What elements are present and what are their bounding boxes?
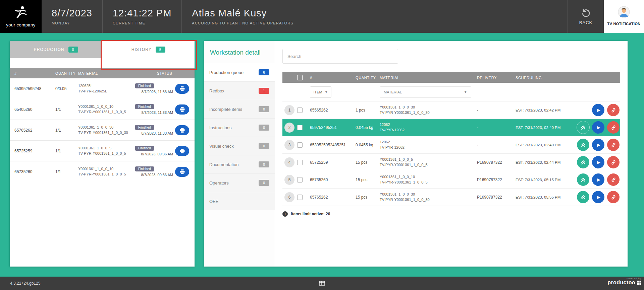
status-badge: Finished [135,104,154,109]
menu-item-label: Documentation [209,162,238,167]
menu-item-badge: 0 [259,161,269,167]
row-actions: ▶ [573,173,620,186]
header-spacer [304,0,568,33]
queue-row[interactable]: 3 6539525952485251 0.0455 kg 12062TV-PYR… [282,136,620,154]
status-timestamp: 8/7/2023, 09:36 AM [141,152,175,156]
item-filter-dropdown[interactable]: ITEM ▼ [310,86,331,98]
order-delivery: P1690787322 [477,160,516,165]
order-material: Y0001361_1_0_0_30TV-PYR-Y0001361_1_0_0_3… [78,125,135,135]
production-history-panel: PRODUCTION 0 HISTORY 5 # QUANTITY MATERI… [10,41,195,267]
queue-row[interactable]: 4 65725259 15 pcs Y0001361_1_0_0_5TV-PYR… [282,154,620,171]
link-button[interactable] [607,173,620,186]
move-to-top-button[interactable] [577,191,589,203]
menu-item-label: Incomplete items [209,107,242,112]
row-checkbox[interactable] [297,125,303,130]
back-button[interactable]: BACK [568,0,604,33]
company-logo: your company [0,0,42,33]
play-button[interactable]: ▶ [592,156,604,168]
tab-production[interactable]: PRODUCTION 0 [10,41,102,58]
search-input[interactable] [282,49,398,64]
menu-item-incomplete-items[interactable]: Incomplete items 0 [204,100,275,118]
order-id: 65735260 [310,177,356,182]
tab-history-badge: 5 [156,47,165,53]
print-button[interactable] [175,146,189,156]
workstation-status: ACCORDING TO PLAN | NO ACTIVE OPERATORS [192,21,293,25]
order-id: 653952595248 [14,86,55,91]
order-quantity: 15 pcs [356,160,380,165]
menu-item-oee[interactable]: OEE [204,192,275,210]
play-button[interactable]: ▶ [592,191,604,203]
move-to-top-button[interactable] [577,121,589,134]
menu-item-badge: 0 [259,106,269,112]
user-avatar-icon [618,6,630,19]
tv-notification-button[interactable]: TV NOTIFICATION [604,0,644,33]
menu-item-visual-check[interactable]: Visual check 0 [204,137,275,155]
play-icon: ▶ [597,142,600,147]
move-to-top-button[interactable] [577,156,589,168]
queue-row[interactable]: 6 65765262 15 pcs Y0001361_1_0_0_30TV-PY… [282,189,620,206]
menu-item-label: OEE [209,199,218,204]
play-icon: ▶ [597,195,600,200]
order-material: Y0001361_1_0_0_5TV-PYR-Y0001361_1_0_0_5 [78,146,135,156]
link-button[interactable] [607,121,620,134]
queue-row-selected[interactable]: 2 659752495251 0.0455 kg 12062TV-PYR-120… [282,119,620,136]
material-filter-dropdown[interactable]: MATERIAL ▼ [380,86,471,98]
current-time-label: CURRENT TIME [113,21,171,25]
move-to-top-button[interactable] [577,139,589,151]
play-icon: ▶ [597,125,600,130]
play-button[interactable]: ▶ [592,121,604,134]
order-material: Y0001361_1_0_0_10TV-PYR-Y0001361_1_0_0_5 [380,172,477,187]
menu-item-production-queue[interactable]: Production queue 6 [204,63,275,81]
play-icon: ▶ [597,107,600,113]
order-material: 12062TV-PYR-12062 [380,120,477,135]
menu-item-instructions[interactable]: Instructions 0 [204,118,275,137]
menu-item-label: Production queue [209,70,244,75]
current-date: 8/7/2023 [52,8,92,19]
item-filter-label: ITEM [313,90,322,94]
play-button[interactable]: ▶ [592,139,604,151]
double-chevron-up-icon [581,160,586,165]
menu-item-documentation[interactable]: Documentation 0 [204,155,275,173]
app-version: 4.3.22+24.gb125 [0,281,40,286]
order-quantity: 1/1 [55,128,78,133]
row-checkbox[interactable] [297,195,303,200]
link-button[interactable] [607,139,620,151]
menu-item-redbox[interactable]: Redbox 1 [204,81,275,100]
order-quantity: 1/1 [55,169,78,174]
menu-item-operators[interactable]: Operators 0 [204,173,275,192]
play-button[interactable]: ▶ [592,104,604,116]
order-delivery: - [477,143,516,147]
queue-row[interactable]: 1 65565262 1 pcs Y0001361_1_0_0_30TV-PYR… [282,101,620,119]
row-checkbox[interactable] [297,142,303,148]
print-button[interactable] [175,167,189,177]
row-checkbox[interactable] [297,107,303,113]
tab-history[interactable]: HISTORY 5 [102,41,195,58]
row-checkbox[interactable] [297,160,303,165]
order-id: 65725259 [14,149,55,153]
brand-logo-icon [637,281,641,285]
order-scheduling: EST: 7/31/2023, 02:40 PM [516,126,573,130]
link-button[interactable] [607,191,620,203]
order-material: Y0001361_1_0_0_10TV-PYR-Y0001361_1_0_0_5 [78,104,135,115]
row-checkbox[interactable] [297,177,303,183]
print-button[interactable] [175,104,189,115]
play-icon: ▶ [597,160,600,165]
link-button[interactable] [607,104,620,116]
select-all-checkbox[interactable] [297,75,303,80]
link-button[interactable] [607,156,620,168]
queue-table-header: # QUANTITY MATERIAL DELIVERY SCHEDULING [282,72,620,83]
play-button[interactable]: ▶ [592,173,604,186]
order-quantity: 0.0455 kg [356,143,380,147]
print-button[interactable] [175,84,189,94]
order-quantity: 0/0.05 [55,86,78,91]
grid-view-icon[interactable] [319,281,325,286]
order-quantity: 0.0455 kg [356,125,380,130]
order-scheduling: EST: 7/31/2023, 02:40 PM [516,143,573,147]
menu-item-badge: 0 [259,143,269,149]
workstation-title-block: Atlas Malé Kusy ACCORDING TO PLAN | NO A… [182,0,304,33]
order-delivery: P1690787322 [477,195,516,200]
queue-row[interactable]: 5 65735260 15 pcs Y0001361_1_0_0_10TV-PY… [282,171,620,189]
move-to-top-button[interactable] [577,173,589,186]
queue-col-material: MATERIAL [380,76,477,80]
print-button[interactable] [175,125,189,135]
